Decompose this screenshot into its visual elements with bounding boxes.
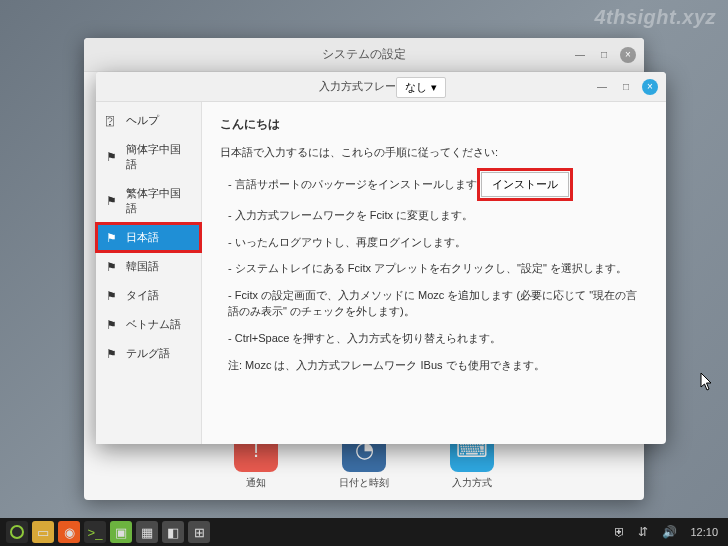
chevron-down-icon: ▾ bbox=[431, 81, 437, 94]
child-minimize-button[interactable]: — bbox=[594, 79, 610, 95]
language-sidebar: ⍰ ヘルプ ⚑ 簡体字中国語 ⚑ 繁体字中国語 ⚑ 日本語 ⚑ 韓国語 ⚑ タイ… bbox=[96, 102, 202, 444]
step-add-mozc: - Fcitx の設定画面で、入力メソッドに Mozc を追加します (必要に応… bbox=[228, 287, 648, 320]
shield-icon[interactable]: ⛨ bbox=[614, 525, 628, 539]
sidebar-item-label: ヘルプ bbox=[126, 113, 159, 128]
sidebar-item-label: 日本語 bbox=[126, 230, 159, 245]
step-text: - 言語サポートのパッケージをインストールします bbox=[228, 176, 477, 193]
child-maximize-button[interactable]: □ bbox=[618, 79, 634, 95]
taskbar-app1-icon[interactable]: ▣ bbox=[110, 521, 132, 543]
step-logout: - いったんログアウトし、再度ログインします。 bbox=[228, 234, 648, 251]
launcher-label: 日付と時刻 bbox=[339, 476, 389, 490]
taskbar: ▭ ◉ >_ ▣ ▦ ◧ ⊞ ⛨ ⇵ 🔊 12:10 bbox=[0, 518, 728, 546]
content-note: 注: Mozc は、入力方式フレームワーク IBus でも使用できます。 bbox=[228, 358, 648, 373]
taskbar-left: ▭ ◉ >_ ▣ ▦ ◧ ⊞ bbox=[6, 521, 210, 543]
sidebar-item-label: 簡体字中国語 bbox=[126, 142, 191, 172]
sidebar-item-th[interactable]: ⚑ タイ語 bbox=[96, 281, 201, 310]
volume-icon[interactable]: 🔊 bbox=[662, 525, 676, 539]
sidebar-item-ko[interactable]: ⚑ 韓国語 bbox=[96, 252, 201, 281]
framework-label: 入力方式フレームワーク: bbox=[96, 79, 666, 94]
parent-close-button[interactable]: × bbox=[620, 47, 636, 63]
flag-icon: ⚑ bbox=[106, 231, 120, 245]
sidebar-item-label: タイ語 bbox=[126, 288, 159, 303]
network-icon[interactable]: ⇵ bbox=[638, 525, 652, 539]
sidebar-item-zh-cn[interactable]: ⚑ 簡体字中国語 bbox=[96, 135, 201, 179]
sidebar-item-label: 韓国語 bbox=[126, 259, 159, 274]
taskbar-files-icon[interactable]: ▭ bbox=[32, 521, 54, 543]
start-menu-button[interactable] bbox=[6, 521, 28, 543]
install-button[interactable]: インストール bbox=[481, 172, 569, 197]
parent-maximize-button[interactable]: □ bbox=[596, 47, 612, 63]
step-ctrl-space: - Ctrl+Space を押すと、入力方式を切り替えられます。 bbox=[228, 330, 648, 347]
flag-icon: ⚑ bbox=[106, 347, 120, 361]
flag-icon: ⚑ bbox=[106, 150, 120, 164]
step-change-framework: - 入力方式フレームワークを Fcitx に変更します。 bbox=[228, 207, 648, 224]
sidebar-item-label: テルグ語 bbox=[126, 346, 170, 361]
sidebar-item-help[interactable]: ⍰ ヘルプ bbox=[96, 106, 201, 135]
input-method-window: 入力方式フレームワーク: なし ▾ — □ × ⍰ ヘルプ ⚑ 簡体字中国語 ⚑… bbox=[96, 72, 666, 444]
child-titlebar: 入力方式フレームワーク: なし ▾ — □ × bbox=[96, 72, 666, 102]
taskbar-app3-icon[interactable]: ◧ bbox=[162, 521, 184, 543]
sidebar-item-vi[interactable]: ⚑ ベトナム語 bbox=[96, 310, 201, 339]
mouse-cursor-icon bbox=[700, 372, 714, 392]
sidebar-item-label: 繁体字中国語 bbox=[126, 186, 191, 216]
svg-point-0 bbox=[11, 526, 23, 538]
flag-icon: ⚑ bbox=[106, 289, 120, 303]
content-intro: 日本語で入力するには、これらの手順に従ってください: bbox=[220, 145, 648, 160]
taskbar-firefox-icon[interactable]: ◉ bbox=[58, 521, 80, 543]
steps-list: - 言語サポートのパッケージをインストールします インストール - 入力方式フレ… bbox=[228, 172, 648, 346]
child-close-button[interactable]: × bbox=[642, 79, 658, 95]
sidebar-item-ja[interactable]: ⚑ 日本語 bbox=[96, 223, 201, 252]
taskbar-app4-icon[interactable]: ⊞ bbox=[188, 521, 210, 543]
help-icon: ⍰ bbox=[106, 113, 120, 128]
child-window-controls: — □ × bbox=[594, 79, 658, 95]
sidebar-item-zh-tw[interactable]: ⚑ 繁体字中国語 bbox=[96, 179, 201, 223]
clock-text[interactable]: 12:10 bbox=[690, 526, 718, 538]
dropdown-value: なし bbox=[405, 80, 427, 95]
step-install: - 言語サポートのパッケージをインストールします インストール bbox=[228, 172, 648, 197]
flag-icon: ⚑ bbox=[106, 194, 120, 208]
parent-title: システムの設定 bbox=[322, 46, 406, 63]
system-tray: ⛨ ⇵ 🔊 12:10 bbox=[614, 525, 722, 539]
child-body: ⍰ ヘルプ ⚑ 簡体字中国語 ⚑ 繁体字中国語 ⚑ 日本語 ⚑ 韓国語 ⚑ タイ… bbox=[96, 102, 666, 444]
watermark-text: 4thsight.xyz bbox=[594, 6, 716, 29]
taskbar-terminal-icon[interactable]: >_ bbox=[84, 521, 106, 543]
launcher-label: 通知 bbox=[246, 476, 266, 490]
content-heading: こんにちは bbox=[220, 116, 648, 133]
taskbar-app2-icon[interactable]: ▦ bbox=[136, 521, 158, 543]
step-tray-config: - システムトレイにある Fcitx アプレットを右クリックし、"設定" を選択… bbox=[228, 260, 648, 277]
flag-icon: ⚑ bbox=[106, 260, 120, 274]
flag-icon: ⚑ bbox=[106, 318, 120, 332]
content-pane: こんにちは 日本語で入力するには、これらの手順に従ってください: - 言語サポー… bbox=[202, 102, 666, 444]
framework-dropdown[interactable]: なし ▾ bbox=[396, 77, 446, 98]
sidebar-item-label: ベトナム語 bbox=[126, 317, 181, 332]
parent-minimize-button[interactable]: — bbox=[572, 47, 588, 63]
sidebar-item-te[interactable]: ⚑ テルグ語 bbox=[96, 339, 201, 368]
parent-window-controls: — □ × bbox=[572, 47, 636, 63]
parent-titlebar: システムの設定 — □ × bbox=[84, 38, 644, 72]
launcher-label: 入力方式 bbox=[452, 476, 492, 490]
